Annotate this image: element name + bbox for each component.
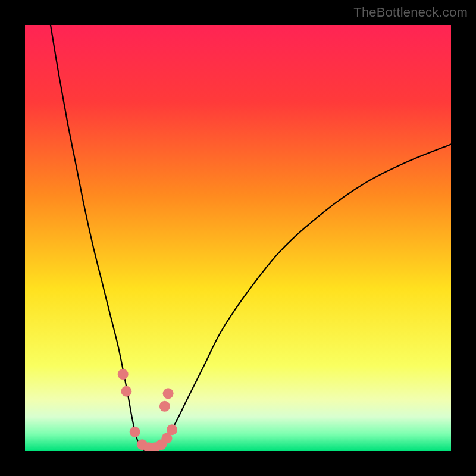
highlight-point (159, 401, 170, 412)
highlight-point (130, 427, 140, 437)
chart-frame: TheBottleneck.com (0, 0, 476, 476)
highlight-point (118, 369, 129, 380)
curve-layer (25, 25, 451, 451)
highlight-points (118, 369, 177, 451)
bottleneck-curve (51, 25, 451, 451)
highlight-point (167, 424, 177, 435)
highlight-point (163, 388, 174, 399)
watermark-text: TheBottleneck.com (353, 5, 468, 20)
highlight-point (121, 386, 131, 397)
plot-area (25, 25, 451, 451)
